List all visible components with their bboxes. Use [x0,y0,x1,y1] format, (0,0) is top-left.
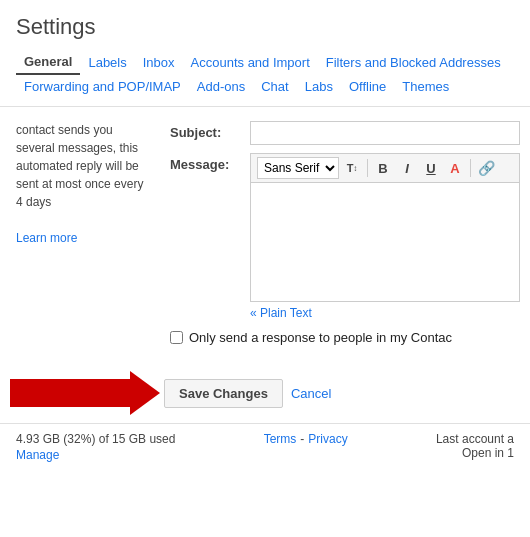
page-title: Settings [16,14,514,40]
tab-themes[interactable]: Themes [394,75,457,98]
manage-link[interactable]: Manage [16,448,175,462]
tab-forwarding[interactable]: Forwarding and POP/IMAP [16,75,189,98]
contacts-checkbox-row: Only send a response to people in my Con… [170,330,520,345]
tab-accounts[interactable]: Accounts and Import [183,51,318,74]
message-editor: Sans Serif T↕ B I U A 🔗 « Plain Text [250,153,520,320]
arrow-head [130,371,160,415]
red-arrow-indicator [10,371,160,415]
learn-more-link[interactable]: Learn more [16,231,77,245]
nav-row-1: General Labels Inbox Accounts and Import… [16,50,514,75]
footer-separator: - [300,432,304,446]
action-section: Save Changes Cancel [0,359,530,423]
tab-general[interactable]: General [16,50,80,75]
privacy-link[interactable]: Privacy [308,432,347,446]
message-label: Message: [170,153,250,172]
cancel-button[interactable]: Cancel [283,380,339,407]
contacts-checkbox-label: Only send a response to people in my Con… [189,330,452,345]
font-size-button[interactable]: T↕ [341,157,363,179]
sidebar-description-area: contact sends you several messages, this… [0,115,160,351]
page-header: Settings General Labels Inbox Accounts a… [0,0,530,107]
tab-inbox[interactable]: Inbox [135,51,183,74]
save-changes-button[interactable]: Save Changes [164,379,283,408]
font-color-button[interactable]: A [444,157,466,179]
storage-info: 4.93 GB (32%) of 15 GB used [16,432,175,446]
link-button[interactable]: 🔗 [475,157,497,179]
subject-input[interactable] [250,121,520,145]
open-in-text: Open in 1 [436,446,514,460]
message-field-row: Message: Sans Serif T↕ B I U A 🔗 [170,153,520,320]
message-textarea[interactable] [250,182,520,302]
last-account-text: Last account a [436,432,514,446]
tab-filters[interactable]: Filters and Blocked Addresses [318,51,509,74]
footer-left: 4.93 GB (32%) of 15 GB used Manage [16,432,175,462]
contacts-only-checkbox[interactable] [170,331,183,344]
underline-button[interactable]: U [420,157,442,179]
font-family-select[interactable]: Sans Serif [257,157,339,179]
sidebar-description-text: contact sends you several messages, this… [16,123,143,209]
tab-addons[interactable]: Add-ons [189,75,253,98]
toolbar-divider-1 [367,159,368,177]
footer-right: Last account a Open in 1 [436,432,514,460]
italic-button[interactable]: I [396,157,418,179]
toolbar-divider-2 [470,159,471,177]
subject-label: Subject: [170,121,250,140]
main-content: contact sends you several messages, this… [0,107,530,359]
terms-link[interactable]: Terms [264,432,297,446]
editor-toolbar: Sans Serif T↕ B I U A 🔗 [250,153,520,182]
form-area: Subject: Message: Sans Serif T↕ B I U A [160,115,530,351]
tab-labs[interactable]: Labs [297,75,341,98]
bold-button[interactable]: B [372,157,394,179]
arrow-body [10,379,130,407]
tab-labels[interactable]: Labels [80,51,134,74]
tab-chat[interactable]: Chat [253,75,296,98]
nav-row-2: Forwarding and POP/IMAP Add-ons Chat Lab… [16,75,514,98]
tab-offline[interactable]: Offline [341,75,394,98]
subject-field-row: Subject: [170,121,520,145]
page-footer: 4.93 GB (32%) of 15 GB used Manage Terms… [0,423,530,470]
footer-links: Terms - Privacy [264,432,348,446]
plain-text-link[interactable]: « Plain Text [250,306,520,320]
